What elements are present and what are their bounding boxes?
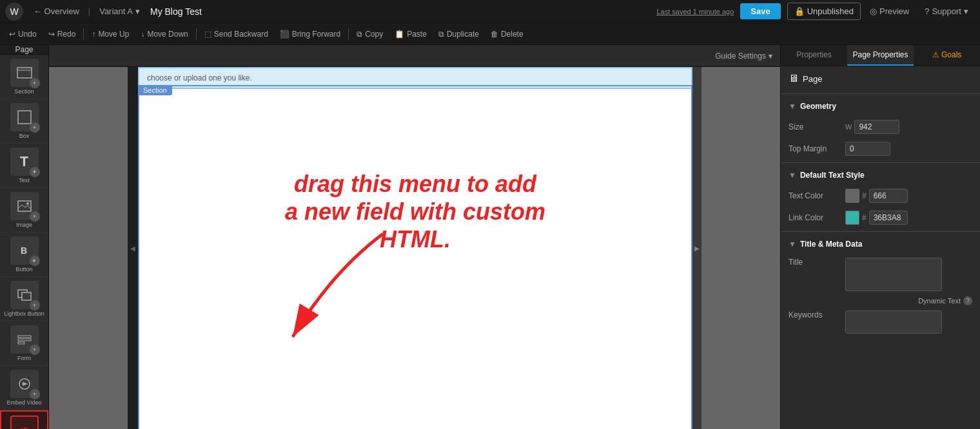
element-box[interactable]: + Box — [0, 99, 48, 144]
add-corner-icon: + — [30, 78, 40, 88]
element-label: Image — [16, 222, 32, 228]
section-icon: + — [10, 59, 39, 87]
toolbar: ↩ Undo ↪ Redo ↑ Move Up ↓ Move Down ⬚ Se… — [0, 23, 980, 45]
section-label: Section — [138, 85, 172, 95]
element-image[interactable]: + Image — [0, 188, 48, 233]
text-color-row: Text Color # — [781, 185, 980, 207]
move-down-button[interactable]: ↓ Move Down — [135, 27, 193, 41]
chevron-down-icon: ▾ — [769, 52, 772, 61]
delete-button[interactable]: 🗑 Delete — [485, 27, 529, 41]
duplicate-button[interactable]: ⧉ Duplicate — [433, 27, 484, 41]
redo-button[interactable]: ↪ Redo — [43, 27, 81, 41]
toolbar-separator — [348, 28, 349, 40]
top-margin-input[interactable] — [845, 142, 890, 156]
dynamic-text-button[interactable]: Dynamic Text — [918, 297, 961, 305]
guide-settings-label: Guide Settings — [715, 52, 766, 61]
undo-icon: ↩ — [9, 30, 15, 39]
element-label: Section — [14, 88, 34, 95]
send-backward-button[interactable]: ⬚ Send Backward — [199, 27, 273, 41]
link-color-input[interactable] — [869, 211, 908, 225]
preview-button[interactable]: ◎ Preview — [863, 3, 916, 19]
size-input-group: W — [845, 120, 899, 134]
canvas-header: Guide Settings ▾ — [49, 45, 780, 67]
width-input[interactable] — [854, 120, 899, 134]
tab-properties[interactable]: Properties — [781, 45, 847, 66]
canvas-right-collapse[interactable]: ▶ — [692, 67, 701, 429]
left-edge[interactable]: ◀ — [128, 67, 138, 429]
element-custom-html[interactable]: </> + Custom HTML — [0, 410, 48, 429]
text-color-input[interactable] — [869, 189, 908, 203]
top-margin-row: Top Margin — [781, 138, 980, 160]
right-panel: Properties Page Properties ⚠ Goals 🖥 Pag… — [780, 45, 980, 429]
embed-video-icon: + — [10, 370, 39, 398]
guide-settings-button[interactable]: Guide Settings ▾ — [715, 52, 772, 61]
lock-icon: 🔒 — [794, 6, 805, 16]
app-logo[interactable]: W — [5, 3, 23, 21]
link-color-row: Link Color # — [781, 207, 980, 229]
svg-rect-6 — [22, 292, 31, 300]
collapse-icon: ▼ — [789, 102, 796, 111]
title-input[interactable] — [845, 258, 942, 291]
tab-page-properties[interactable]: Page Properties — [847, 45, 914, 66]
bring-forward-icon: ⬛ — [280, 30, 289, 39]
save-button[interactable]: Save — [740, 3, 780, 19]
element-label: Button — [15, 266, 32, 272]
add-corner-icon: + — [30, 256, 40, 266]
unpublished-button[interactable]: 🔒 Unpublished — [787, 3, 861, 20]
element-text[interactable]: T + Text — [0, 144, 48, 188]
element-form[interactable]: + Form — [0, 321, 48, 366]
element-lightbox-button[interactable]: + Lightbox Button — [0, 277, 48, 321]
form-icon: + — [10, 325, 39, 354]
element-button[interactable]: B + Button — [0, 233, 48, 277]
title-meta-header[interactable]: ▼ Title & Meta Data — [781, 234, 980, 254]
element-label: Embed Video — [7, 399, 42, 406]
add-corner-icon: + — [30, 167, 40, 177]
link-color-input-group: # — [845, 211, 908, 225]
drag-text-line1: drag this menu to add — [277, 170, 554, 198]
width-label: W — [845, 123, 852, 131]
paste-button[interactable]: 📋 Paste — [389, 27, 432, 41]
divider — [781, 231, 980, 232]
svg-point-4 — [26, 202, 29, 205]
divider — [781, 93, 980, 94]
text-color-swatch[interactable] — [845, 189, 859, 203]
svg-marker-11 — [23, 382, 28, 386]
bring-forward-button[interactable]: ⬛ Bring Forward — [275, 27, 346, 41]
chevron-down-icon: ▾ — [135, 6, 140, 16]
add-corner-icon: + — [30, 300, 40, 310]
element-label: Lightbox Button — [4, 310, 44, 317]
link-color-swatch[interactable] — [845, 211, 859, 225]
overview-button[interactable]: ← Overview — [28, 4, 84, 19]
canvas-content: ◀ choose or upload one you like. Section… — [49, 67, 780, 429]
variant-button[interactable]: Variant A ▾ — [94, 4, 145, 19]
support-button[interactable]: ? Support ▾ — [918, 3, 975, 19]
drag-annotation: drag this menu to add a new field with c… — [277, 170, 554, 254]
tab-goals[interactable]: ⚠ Goals — [914, 45, 980, 66]
copy-button[interactable]: ⧉ Copy — [351, 27, 388, 41]
page-canvas: choose or upload one you like. Section d… — [138, 67, 692, 429]
default-text-style-header[interactable]: ▼ Default Text Style — [781, 166, 980, 185]
eye-icon: ◎ — [870, 6, 877, 16]
add-corner-icon: + — [30, 211, 40, 222]
page-label: Page — [803, 74, 822, 84]
trash-icon: 🗑 — [491, 30, 498, 39]
add-corner-icon: + — [30, 345, 40, 355]
undo-button[interactable]: ↩ Undo — [4, 27, 42, 41]
right-panel-tabs: Properties Page Properties ⚠ Goals — [781, 45, 980, 66]
monitor-icon: 🖥 — [789, 73, 799, 84]
move-up-icon: ↑ — [92, 30, 95, 39]
keywords-input[interactable] — [845, 310, 942, 334]
custom-html-icon: </> + — [10, 415, 39, 429]
question-icon: ? — [925, 6, 929, 16]
geometry-header[interactable]: ▼ Geometry — [781, 97, 980, 116]
element-section[interactable]: + Section — [0, 55, 48, 99]
elements-panel: Page + Section + Box T + Text — [0, 45, 49, 429]
help-icon[interactable]: ? — [963, 296, 972, 305]
move-up-button[interactable]: ↑ Move Up — [86, 27, 134, 41]
element-embed-video[interactable]: + Embed Video — [0, 366, 48, 410]
copy-icon: ⧉ — [357, 30, 362, 39]
last-saved-label[interactable]: Last saved 1 minute ago — [656, 8, 734, 15]
dynamic-text-row: Dynamic Text ? — [781, 295, 980, 307]
nav-separator: | — [88, 6, 90, 16]
page-tab[interactable]: Page — [0, 45, 48, 55]
